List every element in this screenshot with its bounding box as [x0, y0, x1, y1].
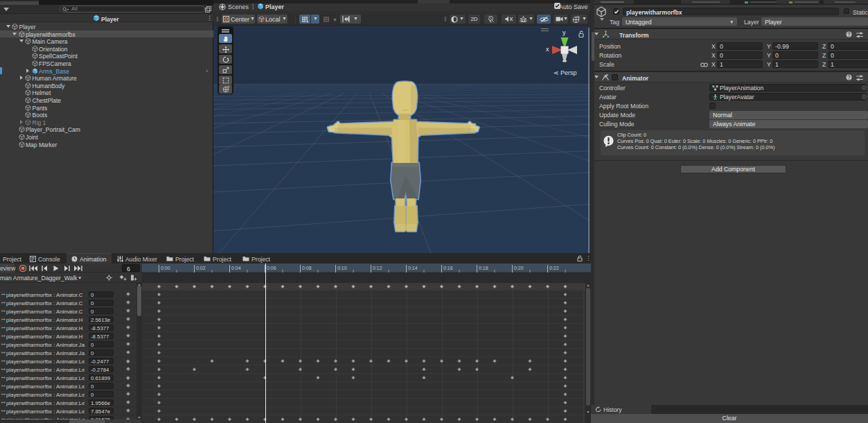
svg-text:x: x [546, 46, 549, 53]
svg-text:0:16: 0:16 [443, 266, 453, 270]
svg-text:0:08: 0:08 [302, 266, 312, 270]
svg-text:0:04: 0:04 [231, 266, 241, 270]
svg-text:0:18: 0:18 [479, 266, 488, 270]
svg-text:0:20: 0:20 [514, 266, 524, 270]
svg-text:0:00: 0:00 [161, 266, 170, 270]
svg-text:0:12: 0:12 [373, 266, 382, 270]
svg-text:0:06: 0:06 [267, 266, 276, 270]
svg-text:0:10: 0:10 [337, 266, 347, 270]
svg-text:0:02: 0:02 [196, 266, 206, 270]
svg-text:0:22: 0:22 [549, 266, 559, 270]
svg-text:y: y [563, 29, 566, 36]
svg-text:0:14: 0:14 [408, 266, 418, 270]
